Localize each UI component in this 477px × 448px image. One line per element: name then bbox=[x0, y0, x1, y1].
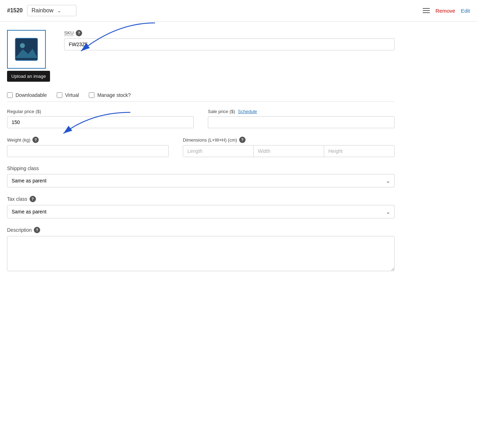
chevron-down-icon: ⌄ bbox=[57, 8, 61, 13]
sku-label: SKU ? bbox=[64, 30, 395, 36]
dimensions-section: Weight (kg) ? Dimensions (L×W×H) (cm) ? bbox=[7, 137, 395, 157]
dimensions-help-icon[interactable]: ? bbox=[239, 137, 246, 143]
upload-tooltip: Upload an image bbox=[7, 71, 50, 82]
sku-help-icon[interactable]: ? bbox=[76, 30, 82, 36]
sale-price-input[interactable] bbox=[208, 116, 395, 128]
edit-button[interactable]: Edit bbox=[461, 8, 470, 14]
top-section: Upload an image SKU ? bbox=[7, 30, 395, 82]
tax-class-wrapper: Same as parent Standard Reduced rate Zer… bbox=[7, 205, 395, 218]
downloadable-label: Downloadable bbox=[16, 92, 47, 98]
sale-price-field: Sale price ($) Schedule bbox=[208, 109, 395, 128]
manage-stock-checkbox[interactable] bbox=[89, 92, 94, 98]
variation-dropdown[interactable]: Rainbow ⌄ bbox=[27, 5, 76, 16]
manage-stock-checkbox-item[interactable]: Manage stock? bbox=[89, 92, 131, 98]
downloadable-checkbox[interactable] bbox=[7, 92, 13, 98]
shipping-class-label: Shipping class bbox=[7, 166, 395, 171]
product-id: #1520 bbox=[7, 7, 23, 14]
shipping-class-select[interactable]: Same as parent No shipping class bbox=[7, 174, 395, 187]
header: #1520 Rainbow ⌄ Remove Edit bbox=[0, 0, 477, 21]
weight-label: Weight (kg) ? bbox=[7, 137, 169, 143]
width-input[interactable] bbox=[254, 145, 324, 157]
tax-class-select[interactable]: Same as parent Standard Reduced rate Zer… bbox=[7, 205, 395, 218]
dimensions-field: Dimensions (L×W×H) (cm) ? bbox=[183, 137, 395, 157]
regular-price-input[interactable] bbox=[7, 116, 194, 128]
upload-image-button[interactable] bbox=[7, 30, 46, 69]
description-help-icon[interactable]: ? bbox=[34, 227, 40, 233]
virtual-checkbox-item[interactable]: Virtual bbox=[57, 92, 79, 98]
svg-point-2 bbox=[20, 43, 25, 48]
tax-class-help-icon[interactable]: ? bbox=[30, 196, 36, 202]
price-section: Regular price ($) Sale price ($) Schedul… bbox=[7, 109, 395, 128]
main-content: Upload an image SKU ? Downloadable Virtu… bbox=[0, 21, 402, 289]
dimensions-label: Dimensions (L×W×H) (cm) ? bbox=[183, 137, 395, 143]
image-upload-area: Upload an image bbox=[7, 30, 50, 82]
regular-price-field: Regular price ($) bbox=[7, 109, 194, 128]
tax-class-label: Tax class ? bbox=[7, 196, 395, 202]
virtual-checkbox[interactable] bbox=[57, 92, 62, 98]
virtual-label: Virtual bbox=[65, 92, 79, 98]
weight-field: Weight (kg) ? bbox=[7, 137, 169, 157]
shipping-class-section: Shipping class Same as parent No shippin… bbox=[7, 166, 395, 187]
regular-price-label: Regular price ($) bbox=[7, 109, 194, 114]
downloadable-checkbox-item[interactable]: Downloadable bbox=[7, 92, 47, 98]
checkboxes-row: Downloadable Virtual Manage stock? bbox=[7, 89, 395, 102]
tax-class-section: Tax class ? Same as parent Standard Redu… bbox=[7, 196, 395, 218]
weight-help-icon[interactable]: ? bbox=[32, 137, 39, 143]
variation-name: Rainbow bbox=[32, 7, 54, 14]
height-input[interactable] bbox=[324, 145, 394, 157]
schedule-link[interactable]: Schedule bbox=[238, 109, 257, 114]
image-placeholder-icon bbox=[14, 37, 39, 62]
description-label: Description ? bbox=[7, 227, 395, 233]
sale-price-label: Sale price ($) Schedule bbox=[208, 109, 395, 114]
dimensions-inputs bbox=[183, 145, 395, 157]
shipping-class-wrapper: Same as parent No shipping class ⌄ bbox=[7, 174, 395, 187]
description-section: Description ? bbox=[7, 227, 395, 272]
header-left: #1520 Rainbow ⌄ bbox=[7, 5, 76, 16]
sku-section: SKU ? bbox=[64, 30, 395, 50]
weight-input[interactable] bbox=[7, 145, 169, 157]
length-input[interactable] bbox=[183, 145, 254, 157]
menu-icon[interactable] bbox=[423, 8, 430, 13]
remove-button[interactable]: Remove bbox=[435, 8, 455, 14]
manage-stock-label: Manage stock? bbox=[97, 92, 131, 98]
sku-input[interactable] bbox=[64, 38, 395, 50]
description-textarea[interactable] bbox=[7, 236, 395, 271]
header-right: Remove Edit bbox=[423, 8, 470, 14]
